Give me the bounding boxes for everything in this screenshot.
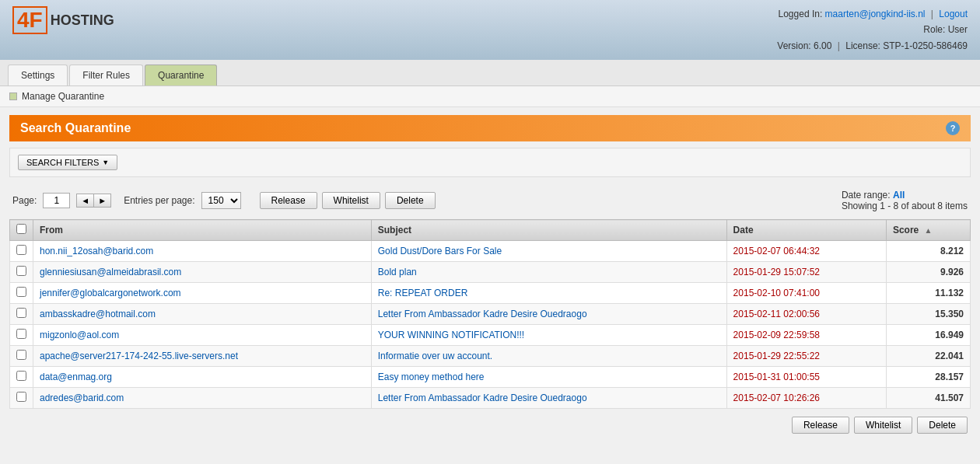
row-checkbox[interactable] <box>16 287 26 297</box>
user-email-link[interactable]: maarten@jongkind-iis.nl <box>825 9 926 19</box>
logout-link[interactable]: Logout <box>939 9 968 19</box>
from-link[interactable]: data@enmag.org <box>40 372 112 382</box>
subject-link[interactable]: Letter From Ambassador Kadre Desire Oued… <box>378 392 587 403</box>
row-date: 2015-02-07 10:26:26 <box>726 388 886 409</box>
showing-text: Showing 1 - 8 of about 8 items <box>842 201 968 211</box>
page-prev-button[interactable]: ◄ <box>77 194 94 207</box>
row-score: 16.949 <box>886 325 970 346</box>
top-toolbar: Page: ◄ ► Entries per page: 25 50 100 15… <box>9 185 971 216</box>
row-from: apache@server217-174-242-55.live-servers… <box>33 346 372 367</box>
from-link[interactable]: ambasskadre@hotmail.com <box>40 309 156 319</box>
row-checkbox[interactable] <box>16 245 26 255</box>
entries-select[interactable]: 25 50 100 150 200 <box>201 192 241 209</box>
header: 4F HOSTING Logged In: maarten@jongkind-i… <box>0 0 980 60</box>
row-subject: Letter From Ambassador Kadre Desire Oued… <box>371 388 726 409</box>
delete-button-top[interactable]: Delete <box>385 192 436 209</box>
row-checkbox[interactable] <box>16 392 26 402</box>
license-value: STP-1-0250-586469 <box>883 40 968 51</box>
from-link[interactable]: hon.nii_12osah@barid.com <box>40 246 153 256</box>
tab-filter-rules[interactable]: Filter Rules <box>69 65 143 85</box>
col-header-score[interactable]: Score ▲ <box>886 220 970 241</box>
subject-link[interactable]: YOUR WINNING NOTIFICATION!!! <box>378 330 524 340</box>
bottom-toolbar: Release Whitelist Delete <box>9 409 971 441</box>
page-input[interactable] <box>43 193 70 208</box>
date-range: Date range: All <box>842 190 968 201</box>
page-next-button[interactable]: ► <box>94 194 110 207</box>
section-title: Search Quarantine <box>20 121 131 135</box>
logged-in-label: Logged In: <box>779 9 823 19</box>
table-row: ambasskadre@hotmail.com Letter From Amba… <box>10 304 971 325</box>
tab-quarantine[interactable]: Quarantine <box>145 65 217 85</box>
row-score: 28.157 <box>886 367 970 388</box>
row-date: 2015-02-07 06:44:32 <box>726 241 886 262</box>
row-from: ambasskadre@hotmail.com <box>33 304 372 325</box>
row-checkbox-cell <box>10 388 33 409</box>
date-range-value[interactable]: All <box>893 190 905 201</box>
row-checkbox[interactable] <box>16 266 26 276</box>
delete-button-bottom[interactable]: Delete <box>917 417 968 434</box>
entries-label: Entries per page: <box>124 195 194 206</box>
col-header-date: Date <box>726 220 886 241</box>
row-score: 22.041 <box>886 346 970 367</box>
row-checkbox-cell <box>10 262 33 283</box>
subject-link[interactable]: Re: REPEAT ORDER <box>378 288 468 298</box>
row-subject: Letter From Ambassador Kadre Desire Oued… <box>371 304 726 325</box>
table-row: glenniesiusan@almeidabrasil.com Bold pla… <box>10 262 971 283</box>
row-checkbox-cell <box>10 241 33 262</box>
row-checkbox[interactable] <box>16 371 26 381</box>
from-link[interactable]: migzonlo@aol.com <box>40 330 119 340</box>
row-from: glenniesiusan@almeidabrasil.com <box>33 262 372 283</box>
tab-settings[interactable]: Settings <box>8 65 68 85</box>
section-header: Search Quarantine ? <box>9 115 971 141</box>
row-from: data@enmag.org <box>33 367 372 388</box>
row-checkbox[interactable] <box>16 308 26 318</box>
whitelist-button-bottom[interactable]: Whitelist <box>854 417 912 434</box>
dropdown-arrow-icon: ▼ <box>102 159 109 166</box>
from-link[interactable]: adredes@barid.com <box>40 392 124 403</box>
from-link[interactable]: apache@server217-174-242-55.live-servers… <box>40 351 238 361</box>
row-date: 2015-02-09 22:59:58 <box>726 325 886 346</box>
role-label: Role: <box>923 24 945 35</box>
row-score: 8.212 <box>886 241 970 262</box>
toolbar-right: Date range: All Showing 1 - 8 of about 8… <box>842 190 968 211</box>
breadcrumb-indicator <box>9 92 17 100</box>
from-link[interactable]: jennifer@globalcargonetwork.com <box>40 288 181 298</box>
row-subject: Gold Dust/Dore Bars For Sale <box>371 241 726 262</box>
row-date: 2015-01-31 01:00:55 <box>726 367 886 388</box>
subject-link[interactable]: Informatie over uw account. <box>378 351 492 361</box>
sort-icon: ▲ <box>925 226 933 235</box>
license-label: License: <box>845 40 880 51</box>
row-subject: Easy money method here <box>371 367 726 388</box>
subject-link[interactable]: Letter From Ambassador Kadre Desire Oued… <box>378 309 587 319</box>
row-checkbox-cell <box>10 283 33 304</box>
from-link[interactable]: glenniesiusan@almeidabrasil.com <box>40 267 181 277</box>
subject-link[interactable]: Easy money method here <box>378 372 485 382</box>
table-row: jennifer@globalcargonetwork.com Re: REPE… <box>10 283 971 304</box>
whitelist-button-top[interactable]: Whitelist <box>322 192 380 209</box>
user-info-line1: Logged In: maarten@jongkind-iis.nl | Log… <box>777 6 968 22</box>
email-table-body: hon.nii_12osah@barid.com Gold Dust/Dore … <box>10 241 971 409</box>
help-icon[interactable]: ? <box>946 121 960 135</box>
logo-4f: 4F <box>12 6 47 34</box>
logo-hosting: HOSTING <box>51 12 114 29</box>
search-filters-button[interactable]: SEARCH FILTERS ▼ <box>18 155 117 170</box>
row-subject: Informatie over uw account. <box>371 346 726 367</box>
release-button-bottom[interactable]: Release <box>792 417 849 434</box>
row-subject: Bold plan <box>371 262 726 283</box>
user-info: Logged In: maarten@jongkind-iis.nl | Log… <box>777 6 968 54</box>
col-header-from: From <box>33 220 372 241</box>
separator1: | <box>931 9 933 19</box>
row-checkbox-cell <box>10 346 33 367</box>
toolbar-left: Page: ◄ ► Entries per page: 25 50 100 15… <box>12 192 436 209</box>
row-date: 2015-01-29 15:07:52 <box>726 262 886 283</box>
version-label: Version: <box>777 40 810 51</box>
subject-link[interactable]: Bold plan <box>378 267 417 277</box>
release-button-top[interactable]: Release <box>260 192 317 209</box>
logo-area: 4F HOSTING <box>12 6 114 34</box>
select-all-checkbox[interactable] <box>16 224 26 234</box>
table-row: migzonlo@aol.com YOUR WINNING NOTIFICATI… <box>10 325 971 346</box>
row-checkbox[interactable] <box>16 329 26 339</box>
row-checkbox[interactable] <box>16 350 26 360</box>
subject-link[interactable]: Gold Dust/Dore Bars For Sale <box>378 246 502 256</box>
user-info-line2: Role: User <box>777 22 968 37</box>
